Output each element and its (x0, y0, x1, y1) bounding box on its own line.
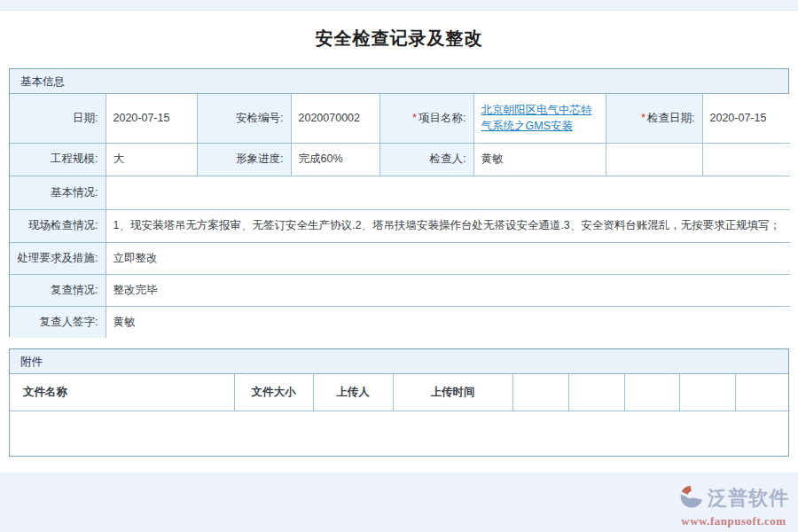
page-title: 安全检查记录及整改 (0, 27, 798, 51)
review-sign-value: 黄敏 (106, 306, 790, 338)
fanpu-logo-icon (678, 483, 705, 513)
attachments-table: 文件名称 文件大小 上传人 上传时间 (10, 374, 790, 454)
table-row: 复查情况: 整改完毕 (10, 274, 790, 306)
inspection-no-value: 2020070002 (291, 94, 379, 143)
table-row: 现场检查情况: 1、现安装塔吊无方案报审、无签订安全生产协议.2、塔吊扶墙安装操… (10, 209, 790, 242)
date-label: 日期: (10, 94, 106, 143)
col-file-size: 文件大小 (234, 374, 313, 411)
table-row: 日期: 2020-07-15 安检编号: 2020070002 *项目名称: 北… (10, 94, 790, 143)
required-marker: * (412, 112, 417, 124)
table-row: 基本情况: (10, 176, 790, 209)
site-check-label: 现场检查情况: (10, 209, 106, 242)
empty-cell (624, 374, 679, 411)
review-sign-label: 复查人签字: (10, 306, 106, 338)
basic-info-table: 日期: 2020-07-15 安检编号: 2020070002 *项目名称: 北… (10, 94, 790, 338)
col-upload-time: 上传时间 (393, 374, 512, 411)
inspector-label: 检查人: (379, 143, 473, 176)
scale-label: 工程规模: (10, 143, 106, 176)
basic-situation-label: 基本情况: (10, 176, 106, 209)
brand-website: www.fanpusoft.com (678, 514, 789, 528)
empty-cell (735, 374, 790, 411)
col-uploader: 上传人 (313, 374, 393, 411)
empty-cell (702, 143, 790, 176)
table-row: 工程规模: 大 形象进度: 完成60% 检查人: 黄敏 (10, 143, 790, 176)
scale-value: 大 (106, 143, 197, 176)
project-name-cell: 北京朝阳区电气中芯特气系统之GMS安装 (473, 94, 606, 143)
fanpu-logo[interactable]: 泛普软件 www.fanpusoft.com (678, 483, 789, 528)
basic-info-section-header: 基本信息 (10, 69, 788, 94)
empty-cell (568, 374, 624, 411)
review-label: 复查情况: (10, 274, 106, 306)
inspector-value: 黄敏 (473, 143, 606, 176)
check-date-label: *检查日期: (606, 94, 702, 143)
check-date-value: 2020-07-15 (702, 94, 790, 143)
progress-label: 形象进度: (197, 143, 291, 176)
table-row: 复查人签字: 黄敏 (10, 306, 790, 338)
measures-value: 立即整改 (106, 242, 790, 274)
empty-cell (606, 143, 702, 176)
project-name-link[interactable]: 北京朝阳区电气中芯特气系统之GMS安装 (481, 104, 592, 133)
attachments-empty-row (10, 411, 790, 454)
empty-cell (679, 374, 735, 411)
review-value: 整改完毕 (106, 274, 790, 306)
required-marker: * (641, 112, 645, 124)
project-name-label: *项目名称: (379, 94, 473, 143)
empty-body-cell (10, 411, 790, 454)
table-row: 处理要求及措施: 立即整改 (10, 242, 790, 274)
col-file-name: 文件名称 (10, 374, 234, 411)
attachments-panel: 附件 文件名称 文件大小 上传人 上传时间 (9, 348, 789, 457)
attachments-section-header: 附件 (10, 349, 788, 374)
brand-name: 泛普软件 (708, 488, 789, 509)
measures-label: 处理要求及措施: (10, 242, 106, 274)
check-date-label-text: 检查日期: (647, 112, 694, 124)
progress-value: 完成60% (291, 143, 379, 176)
basic-info-panel: 基本信息 日期: 2020-07-15 安检编号: 2020070002 *项目… (9, 68, 789, 337)
top-bar (0, 0, 798, 11)
footer: 泛普软件 www.fanpusoft.com (0, 473, 798, 532)
inspection-no-label: 安检编号: (197, 94, 291, 143)
empty-cell (512, 374, 568, 411)
date-value: 2020-07-15 (106, 94, 197, 143)
attachments-header-row: 文件名称 文件大小 上传人 上传时间 (10, 374, 790, 411)
project-name-label-text: 项目名称: (419, 112, 466, 124)
basic-situation-value (106, 176, 790, 209)
site-check-value: 1、现安装塔吊无方案报审、无签订安全生产协议.2、塔吊扶墙安装操作台处无搭设安全… (106, 209, 790, 242)
